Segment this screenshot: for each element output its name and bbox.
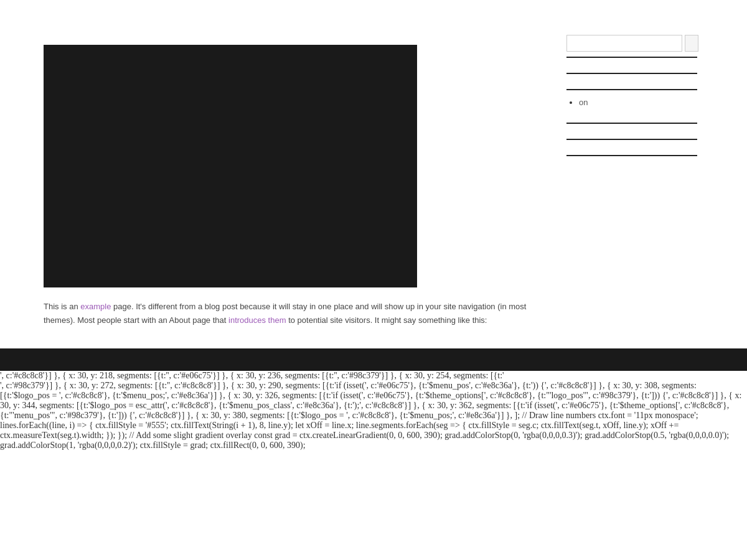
search-widget [566, 35, 697, 58]
main-wrapper: This is an example page. It's different … [44, 22, 703, 348]
search-form [566, 35, 697, 52]
recent-posts-widget [566, 73, 697, 74]
sidebar: on [566, 35, 703, 336]
categories-widget [566, 139, 697, 140]
archives-widget [566, 123, 697, 124]
on-text: on [579, 98, 588, 107]
site-footer [0, 348, 747, 371]
featured-image [44, 45, 417, 287]
page-body: This is an example page. It's different … [44, 300, 542, 327]
recent-comment-item: on [579, 98, 697, 108]
introduces-link[interactable]: introduces them [228, 315, 286, 325]
site-header [0, 0, 747, 22]
example-link[interactable]: example [80, 302, 111, 311]
intro-paragraph: This is an example page. It's different … [44, 300, 542, 327]
recent-comments-widget: on [566, 89, 697, 108]
intro-text-1: This is an [44, 302, 80, 311]
code-image-canvas [44, 45, 417, 287]
search-button[interactable] [685, 35, 698, 52]
meta-widget [566, 155, 697, 156]
main-content: This is an example page. It's different … [44, 35, 542, 336]
recent-comments-list: on [566, 98, 697, 108]
intro-text-3: to potential site visitors. It might say… [286, 315, 487, 325]
search-input[interactable] [566, 35, 682, 52]
